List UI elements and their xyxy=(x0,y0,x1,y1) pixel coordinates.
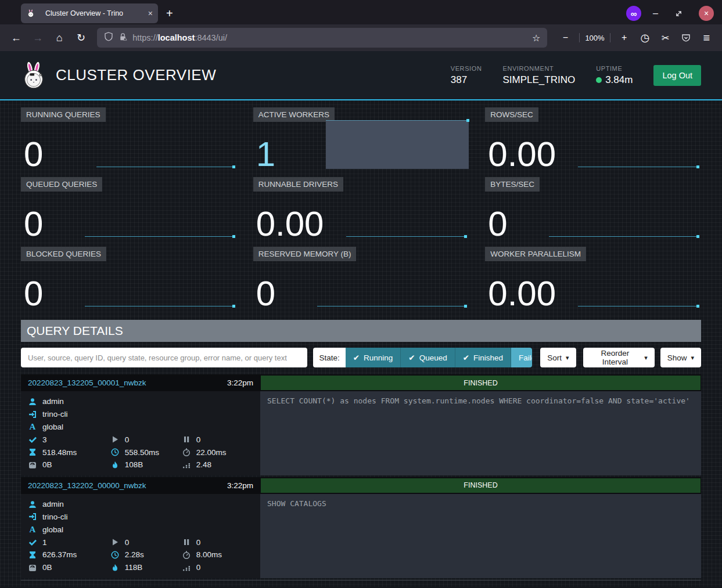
environment-meta: ENVIRONMENT SIMPLE_TRINO xyxy=(502,65,575,86)
stat-card-active-workers: ACTIVE WORKERS 1 xyxy=(253,107,469,172)
query-text: SHOW CATALOGS xyxy=(260,494,701,578)
state-filter-queued[interactable]: ✔ Queued xyxy=(400,348,454,367)
trino-bunny-favicon xyxy=(26,9,35,17)
stat-value: 0 xyxy=(24,136,43,172)
wall-time-icon xyxy=(28,551,37,559)
cluster-stats-grid: RUNNING QUERIES 0 ACTIVE WORKERS 1 ROWS/… xyxy=(21,100,701,316)
stat-label: ROWS/SEC xyxy=(485,107,538,122)
running-splits-icon xyxy=(110,435,120,443)
stat-card-queued-queries: QUEUED QUERIES 0 xyxy=(21,177,237,242)
back-icon[interactable]: ← xyxy=(7,29,25,46)
query-user: admin xyxy=(42,397,64,406)
queued-splits-icon xyxy=(182,435,191,443)
query-row: 20220823_132202_00000_nwbzk 3:22pm FINIS… xyxy=(21,477,701,578)
window-minimize-button[interactable]: – xyxy=(653,8,658,19)
stat-value: 0 xyxy=(24,205,43,242)
query-row: 20220823_132205_00001_nwbzk 3:22pm FINIS… xyxy=(21,374,701,475)
stat-value: 1 xyxy=(256,136,275,172)
query-list: 20220823_132205_00001_nwbzk 3:22pm FINIS… xyxy=(21,374,701,580)
url-bar[interactable]: https://localhost:8443/ui/ ☆ xyxy=(97,28,547,48)
stat-card-reserved-memory: RESERVED MEMORY (B) 0 xyxy=(253,247,469,312)
menu-icon[interactable]: ≡ xyxy=(698,29,715,46)
sparkline-area xyxy=(326,120,469,169)
tab-title: Cluster Overview - Trino xyxy=(45,9,143,17)
lock-warning-icon[interactable] xyxy=(118,33,127,44)
window-close-button[interactable]: × xyxy=(699,6,714,21)
screenshot-icon[interactable]: ✂ xyxy=(657,29,674,46)
zoom-out-icon[interactable]: − xyxy=(556,29,574,46)
stat-label: BYTES/SEC xyxy=(485,177,540,192)
elapsed-time-icon xyxy=(110,448,120,456)
stat-value: 0 xyxy=(488,205,507,242)
query-status-badge: FINISHED xyxy=(261,376,701,390)
tab-close-icon[interactable]: × xyxy=(148,9,153,18)
query-filter-toolbar: State: ✔ Running ✔ Queued ✔ Finished Fa xyxy=(21,348,701,367)
query-list-divider xyxy=(21,580,701,580)
home-icon[interactable]: ⌂ xyxy=(51,29,69,46)
window-restore-button[interactable] xyxy=(670,5,687,22)
query-stats-panel: admin trino-cli Aglobal 1 0 0 626.37ms 2… xyxy=(21,494,260,578)
logout-button[interactable]: Log Out xyxy=(653,65,701,86)
sort-dropdown[interactable]: Sort ▾ xyxy=(540,348,576,367)
stat-value: 0 xyxy=(256,275,275,312)
completed-splits-icon xyxy=(28,538,37,546)
stat-label: RESERVED MEMORY (B) xyxy=(253,247,357,261)
show-dropdown[interactable]: Show ▾ xyxy=(660,348,701,367)
stat-card-worker-parallelism: WORKER PARALLELISM 0.00 xyxy=(485,247,701,312)
state-filter-finished[interactable]: ✔ Finished xyxy=(455,348,511,367)
sparkline xyxy=(578,306,699,306)
query-search-input[interactable] xyxy=(21,348,307,367)
query-source: trino-cli xyxy=(42,410,68,419)
query-time: 3:22pm xyxy=(227,378,253,387)
uptime-status-dot xyxy=(596,77,602,83)
stat-card-bytes-sec: BYTES/SEC 0 xyxy=(485,177,701,242)
sparkline xyxy=(85,306,235,306)
page-header: CLUSTER OVERVIEW VERSION 387 ENVIRONMENT… xyxy=(0,51,722,100)
stat-label: WORKER PARALLELISM xyxy=(485,247,586,261)
page-title: CLUSTER OVERVIEW xyxy=(56,66,216,84)
query-id-link[interactable]: 20220823_132205_00001_nwbzk xyxy=(28,378,146,387)
stat-value: 0.00 xyxy=(488,275,556,312)
pocket-shield-icon[interactable] xyxy=(677,29,694,46)
query-stats-panel: admin trino-cli Aglobal 3 0 0 518.48ms 5… xyxy=(21,391,260,475)
uptime-meta: UPTIME 3.84m xyxy=(596,65,633,86)
zoom-in-icon[interactable]: + xyxy=(616,29,633,46)
query-status-badge: FINISHED xyxy=(261,478,701,493)
resource-group-icon: A xyxy=(28,423,37,431)
query-user: admin xyxy=(42,500,64,508)
zoom-level[interactable]: 100% xyxy=(585,34,604,42)
cpu-time-icon xyxy=(182,448,191,456)
bookmark-star-icon[interactable]: ☆ xyxy=(532,33,540,44)
forward-icon[interactable]: → xyxy=(28,29,46,46)
elapsed-time-icon xyxy=(110,551,120,559)
trino-cluster-overview-page: CLUSTER OVERVIEW VERSION 387 ENVIRONMENT… xyxy=(0,51,722,588)
current-memory-icon xyxy=(28,564,37,572)
query-resource-group: global xyxy=(42,423,63,431)
query-resource-group: global xyxy=(42,525,63,534)
private-browsing-icon: ∞ xyxy=(626,6,641,21)
new-tab-button[interactable]: + xyxy=(166,7,173,20)
reload-icon[interactable]: ↻ xyxy=(72,29,90,46)
tracking-shield-icon[interactable] xyxy=(104,32,113,44)
user-icon xyxy=(28,500,37,508)
window-controls: ∞ – × xyxy=(626,5,714,22)
reorder-interval-dropdown[interactable]: Reorder Interval ▾ xyxy=(583,348,655,367)
query-time: 3:22pm xyxy=(227,481,253,490)
state-filter-failed-dropdown[interactable]: Failed ▾ xyxy=(511,348,532,367)
version-meta: VERSION 387 xyxy=(451,65,482,86)
query-id-link[interactable]: 20220823_132202_00000_nwbzk xyxy=(28,481,146,490)
stat-value: 0 xyxy=(24,275,43,312)
browser-toolbar: ← → ⌂ ↻ https://localhost:8443/ui/ ☆ − 1… xyxy=(0,24,722,51)
stat-card-runnable-drivers: RUNNABLE DRIVERS 0.00 xyxy=(253,177,469,242)
stat-card-rows-sec: ROWS/SEC 0.00 xyxy=(485,107,701,172)
zoom-controls: − 100% + xyxy=(556,29,633,46)
state-filter-running[interactable]: ✔ Running xyxy=(346,348,401,367)
sparkline xyxy=(346,236,467,237)
stat-label: ACTIVE WORKERS xyxy=(253,107,335,122)
history-icon[interactable]: ◷ xyxy=(637,29,653,46)
sign-in-icon xyxy=(28,410,37,419)
browser-tab[interactable]: Cluster Overview - Trino × xyxy=(21,3,158,23)
sparkline xyxy=(549,236,699,237)
sparkline xyxy=(317,306,467,306)
browser-tab-bar: Cluster Overview - Trino × + ∞ – × xyxy=(0,0,722,24)
